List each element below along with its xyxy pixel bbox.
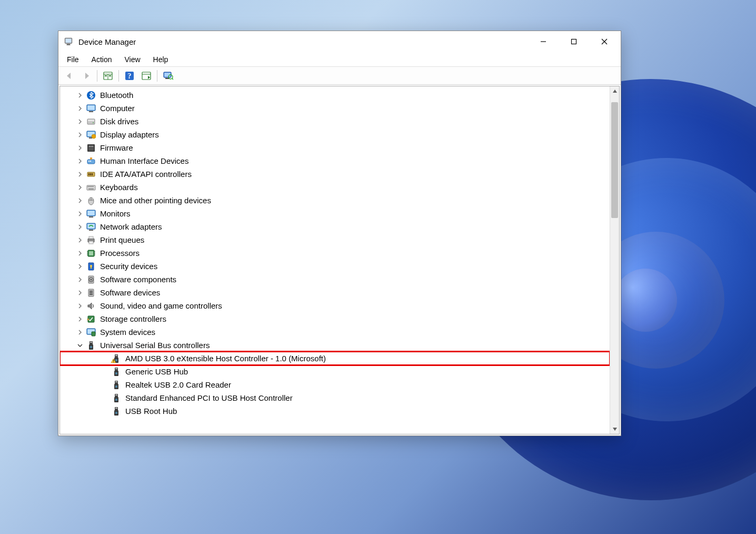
minimize-button[interactable] — [528, 31, 559, 52]
device-category[interactable]: Bluetooth — [60, 88, 610, 102]
expander-icon[interactable] — [76, 131, 84, 139]
device-category[interactable]: Mice and other pointing devices — [60, 194, 610, 207]
expander-icon[interactable] — [101, 394, 110, 402]
usb-icon — [86, 341, 96, 350]
device-item[interactable]: Generic USB Hub — [60, 365, 610, 378]
device-category[interactable]: Universal Serial Bus controllers — [60, 339, 610, 352]
device-category[interactable]: Security devices — [60, 260, 610, 273]
usb-icon — [112, 367, 121, 377]
device-label: Network adapters — [100, 222, 162, 231]
expander-icon[interactable] — [76, 91, 84, 100]
device-category[interactable]: Print queues — [60, 233, 610, 246]
toolbar-show-hidden-button[interactable] — [100, 69, 116, 83]
toolbar-action-button[interactable] — [138, 69, 154, 83]
scroll-down-button[interactable] — [610, 424, 619, 434]
device-category[interactable]: Network adapters — [60, 220, 610, 233]
network-icon — [86, 222, 96, 232]
usb-icon — [112, 407, 121, 416]
expander-icon[interactable] — [76, 157, 84, 165]
toolbar: ? — [58, 67, 621, 85]
expander-icon[interactable] — [76, 236, 84, 244]
device-item[interactable]: AMD USB 3.0 eXtensible Host Controller -… — [60, 352, 610, 365]
hid-icon — [86, 156, 96, 166]
expander-icon[interactable] — [76, 302, 84, 310]
device-item[interactable]: Realtek USB 2.0 Card Reader — [60, 378, 610, 391]
device-label: AMD USB 3.0 eXtensible Host Controller -… — [125, 354, 326, 363]
toolbar-scan-button[interactable] — [160, 69, 176, 83]
cpu-icon — [86, 249, 96, 258]
swdev-icon — [86, 288, 96, 298]
expander-icon[interactable] — [76, 183, 84, 192]
bluetooth-icon — [86, 91, 96, 100]
menu-action[interactable]: Action — [85, 52, 118, 66]
svg-rect-14 — [142, 72, 151, 80]
device-label: Bluetooth — [100, 91, 133, 100]
expander-icon[interactable] — [76, 196, 84, 205]
device-category[interactable]: Software components — [60, 273, 610, 286]
device-category[interactable]: Computer — [60, 102, 610, 115]
device-category[interactable]: Software devices — [60, 286, 610, 299]
device-label: Print queues — [100, 235, 144, 244]
menu-help[interactable]: Help — [147, 52, 175, 66]
expander-icon[interactable] — [101, 407, 110, 416]
device-manager-window: Device Manager File Action View Help ? — [58, 31, 621, 436]
device-category[interactable]: System devices — [60, 325, 610, 339]
svg-line-20 — [172, 78, 173, 80]
expander-icon[interactable] — [76, 117, 84, 126]
expander-icon[interactable] — [76, 328, 84, 337]
device-category[interactable]: Monitors — [60, 207, 610, 220]
device-category[interactable]: IDE ATA/ATAPI controllers — [60, 167, 610, 181]
scroll-thumb[interactable] — [611, 102, 618, 218]
expander-icon[interactable] — [76, 289, 84, 297]
svg-rect-4 — [572, 39, 576, 44]
expander-icon[interactable] — [76, 104, 84, 113]
expander-icon[interactable] — [76, 341, 84, 350]
menu-view[interactable]: View — [118, 52, 146, 66]
scroll-up-button[interactable] — [610, 86, 619, 96]
expander-icon[interactable] — [76, 223, 84, 231]
device-item[interactable]: USB Root Hub — [60, 404, 610, 418]
device-category[interactable]: Human Interface Devices — [60, 154, 610, 167]
expander-icon[interactable] — [76, 262, 84, 271]
expander-icon[interactable] — [101, 381, 110, 389]
device-label: Firmware — [100, 143, 133, 152]
expander-icon[interactable] — [76, 170, 84, 179]
device-label: Standard Enhanced PCI to USB Host Contro… — [125, 393, 293, 402]
expander-icon[interactable] — [101, 368, 110, 376]
expander-icon[interactable] — [76, 315, 84, 323]
vertical-scrollbar[interactable] — [610, 86, 619, 434]
app-icon — [64, 37, 73, 46]
titlebar[interactable]: Device Manager — [58, 31, 621, 52]
toolbar-help-button[interactable]: ? — [122, 69, 137, 83]
menubar: File Action View Help — [58, 52, 621, 67]
ide-icon — [86, 170, 96, 179]
device-label: Storage controllers — [100, 314, 166, 323]
toolbar-back-button[interactable] — [62, 69, 77, 83]
device-category[interactable]: Keyboards — [60, 181, 610, 194]
device-item[interactable]: Standard Enhanced PCI to USB Host Contro… — [60, 391, 610, 404]
firmware-icon — [86, 143, 96, 153]
device-tree[interactable]: BluetoothComputerDisk drivesDisplay adap… — [60, 86, 610, 434]
device-category[interactable]: Disk drives — [60, 115, 610, 128]
computer-icon — [86, 104, 96, 113]
menu-file[interactable]: File — [61, 52, 85, 66]
expander-icon[interactable] — [76, 249, 84, 258]
device-label: Disk drives — [100, 117, 138, 126]
toolbar-forward-button[interactable] — [78, 69, 94, 83]
device-category[interactable]: Firmware — [60, 141, 610, 154]
device-category[interactable]: Processors — [60, 246, 610, 260]
device-category[interactable]: Display adapters — [60, 128, 610, 141]
maximize-button[interactable] — [559, 31, 589, 52]
expander-icon[interactable] — [76, 144, 84, 152]
device-label: IDE ATA/ATAPI controllers — [100, 170, 192, 179]
device-category[interactable]: Storage controllers — [60, 312, 610, 325]
svg-rect-2 — [67, 44, 71, 45]
device-label: Display adapters — [100, 130, 159, 139]
device-label: Generic USB Hub — [125, 367, 188, 376]
expander-icon[interactable] — [76, 210, 84, 218]
device-label: Security devices — [100, 262, 157, 271]
device-category[interactable]: Sound, video and game controllers — [60, 299, 610, 312]
expander-icon[interactable] — [76, 275, 84, 284]
expander-icon[interactable] — [101, 354, 110, 363]
close-button[interactable] — [589, 31, 620, 52]
